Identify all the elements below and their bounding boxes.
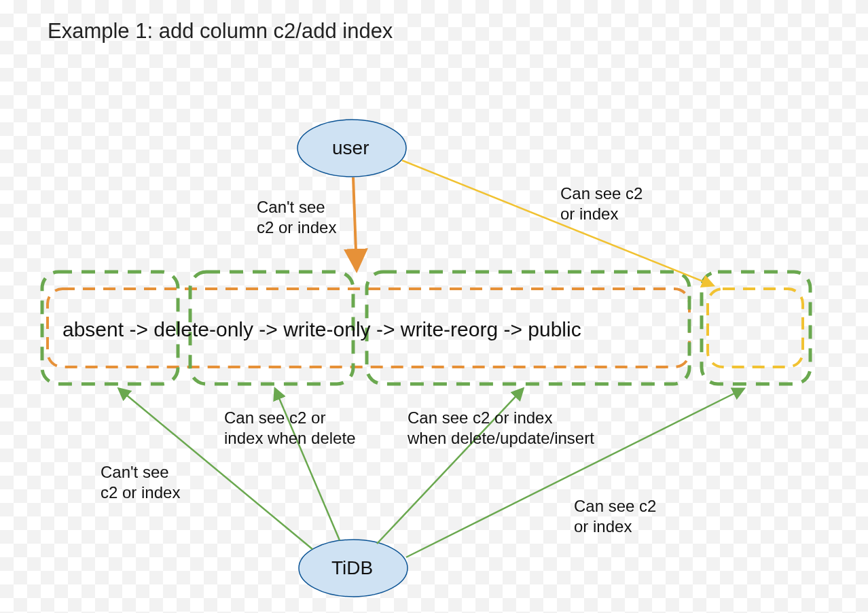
diagram-canvas xyxy=(0,0,868,613)
annot-user-cant-see: Can't see c2 or index xyxy=(257,197,336,238)
yellow-group-box xyxy=(708,289,803,367)
state-sequence: absent -> delete-only -> write-only -> w… xyxy=(62,318,581,341)
arrow-user-to-orange xyxy=(353,177,357,269)
user-label: user xyxy=(332,137,369,159)
tidb-label: TiDB xyxy=(331,557,373,579)
annot-tidb-write-only: Can see c2 or index when delete/update/i… xyxy=(408,408,594,449)
annot-tidb-delete-only: Can see c2 or index when delete xyxy=(224,408,355,449)
annot-tidb-absent: Can't see c2 or index xyxy=(101,462,180,503)
annot-tidb-public: Can see c2 or index xyxy=(574,496,656,537)
annot-user-can-see: Can see c2 or index xyxy=(560,183,643,224)
arrow-user-to-public xyxy=(402,160,713,285)
